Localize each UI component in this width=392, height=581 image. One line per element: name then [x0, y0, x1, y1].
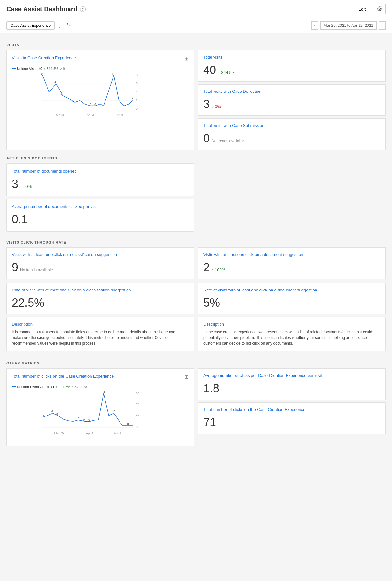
other-chart-title: Total number of clicks on the Case Creat… [12, 374, 114, 379]
svg-text:2: 2 [136, 99, 138, 102]
other-legend-line [12, 386, 16, 387]
case-submission-card: Total visits with Case Submission 0 No t… [198, 118, 386, 150]
svg-point-1 [379, 8, 381, 10]
avg-docs-title: Average number of documents clicked per … [12, 204, 189, 209]
other-chart-legend: Custom Event Count 71 ↑ 491.7% ~ 3.7 ↗ 2… [12, 385, 189, 389]
avg-docs-metric: 0.1 [12, 213, 189, 226]
case-deflection-card: Total visits with Case Deflection 3 ↓ 0% [198, 84, 386, 116]
other-chart-more-icon[interactable]: ⊞ [185, 374, 189, 380]
svg-text:9: 9 [41, 72, 43, 75]
desc-classification-title: Description [12, 322, 189, 327]
filter-settings-icon[interactable] [64, 21, 73, 30]
svg-text:0: 0 [136, 425, 138, 429]
desc-document-card: Description In the case creation experie… [198, 317, 386, 351]
other-legend-small2: ~ 3.7 [72, 385, 79, 389]
svg-text:3: 3 [61, 92, 63, 96]
ctr-section-label: VISITS CLICK-THROUGH RATE [6, 240, 386, 244]
rate-document-card: Rate of visits with at least one click o… [198, 283, 386, 314]
other-stats: Average number of clicks per Case Creati… [198, 368, 386, 446]
visits-chart-title: Visits to Case Creation Experience [12, 55, 76, 60]
visits-section-label: VISITS [6, 43, 386, 47]
svg-text:6: 6 [51, 410, 53, 413]
visits-line-chart: 8 6 4 2 0 9 4 3 1 [12, 72, 189, 123]
svg-text:Apr 9: Apr 9 [114, 431, 121, 435]
ctr-classification-notrend: No trends available [20, 268, 53, 272]
svg-text:4: 4 [136, 90, 138, 93]
case-deflection-value: 3 [203, 98, 210, 111]
help-icon[interactable]: ? [80, 6, 86, 12]
edit-button[interactable]: Edit [353, 4, 371, 14]
avg-clicks-card: Average number of clicks per Case Creati… [198, 368, 386, 400]
articles-section-label: ARTICLES & DOCUMENTS [6, 156, 386, 160]
filter-more-icon[interactable]: ⋮ [57, 23, 62, 29]
total-visits-label: Total visits [203, 55, 380, 60]
rate-document-title: Rate of visits with at least one click o… [203, 288, 380, 292]
articles-grid: Total number of documents opened 3 ↑ 50%… [6, 163, 386, 232]
filter-button[interactable]: Case Assist Experience [6, 21, 55, 30]
articles-empty-col [198, 163, 386, 232]
docs-opened-value: 3 [12, 177, 18, 191]
svg-text:0: 0 [136, 107, 138, 110]
next-date-button[interactable]: › [379, 21, 386, 30]
total-clicks-metric: 71 [203, 416, 380, 429]
rate-document-metric: 5% [203, 296, 380, 310]
svg-text:Mar 30: Mar 30 [56, 113, 66, 117]
ctr-document-metric: 2 ↑ 100% [203, 261, 380, 274]
desc-document-title: Description [203, 322, 380, 327]
toolbar-more-icon[interactable]: ⋮ [303, 22, 309, 29]
avg-clicks-label: Average number of clicks per Case Creati… [203, 373, 380, 378]
title-text: Case Assist Dashboard [6, 5, 77, 13]
docs-opened-trend: ↑ 50% [20, 184, 32, 189]
header-actions: Edit [353, 4, 386, 14]
case-submission-value: 0 [203, 132, 210, 145]
chart-more-icon[interactable]: ⊞ [185, 55, 189, 62]
page-title: Case Assist Dashboard ? [6, 5, 86, 13]
rate-classification-metric: 22.5% [12, 296, 189, 310]
ctr-classification-title: Visits with at least one click on a clas… [12, 252, 189, 257]
total-clicks-card: Total number of clicks on the Case Creat… [198, 402, 386, 434]
total-clicks-label: Total number of clicks on the Case Creat… [203, 407, 380, 412]
avg-clicks-metric: 1.8 [203, 382, 380, 395]
ctr-classification-value: 9 [12, 261, 18, 274]
other-chart-container: 30 20 10 0 11 6 3 2 0 [12, 390, 189, 441]
svg-text:0: 0 [94, 103, 96, 106]
ctr-classification-metric: 9 No trends available [12, 261, 189, 274]
svg-text:0: 0 [83, 418, 85, 421]
case-submission-label: Total visits with Case Submission [203, 123, 380, 128]
toolbar-left: Case Assist Experience ⋮ [6, 21, 73, 30]
svg-text:Mar 30: Mar 30 [54, 431, 64, 435]
other-grid: Total number of clicks on the Case Creat… [6, 368, 386, 446]
docs-opened-metric: 3 ↑ 50% [12, 177, 189, 191]
svg-point-7 [68, 26, 69, 26]
docs-opened-card: Total number of documents opened 3 ↑ 50% [6, 163, 194, 196]
visits-chart-card: Visits to Case Creation Experience ⊞ Uni… [6, 50, 194, 150]
svg-text:0: 0 [131, 423, 133, 426]
settings-button[interactable] [374, 4, 386, 14]
visits-stats: Total visits 40 ↑ 344.5% Total visits wi… [198, 50, 386, 150]
chart-legend: Unique Visits 40 ↑ 344.5% ↗ 9 [12, 67, 189, 70]
avg-docs-card: Average number of documents clicked per … [6, 199, 194, 232]
svg-text:30: 30 [136, 391, 140, 395]
header: Case Assist Dashboard ? Edit [0, 0, 392, 18]
legend-line [12, 68, 16, 69]
other-line-chart: 30 20 10 0 11 6 3 2 0 [12, 390, 189, 441]
total-visits-metric: 40 ↑ 344.5% [203, 63, 380, 77]
case-deflection-trend: ↓ 0% [212, 104, 221, 109]
svg-text:2: 2 [78, 417, 80, 420]
svg-text:0: 0 [90, 103, 91, 106]
svg-point-6 [69, 25, 70, 26]
svg-text:11: 11 [41, 414, 44, 417]
avg-docs-value: 0.1 [12, 213, 28, 226]
legend-value: 40 [39, 67, 42, 70]
articles-col: Total number of documents opened 3 ↑ 50%… [6, 163, 194, 232]
svg-text:4: 4 [55, 80, 56, 84]
toolbar-right: ⋮ ‹ Mar 25, 2021 to Apr 12, 2021 › [303, 21, 386, 30]
content: VISITS Visits to Case Creation Experienc… [0, 33, 392, 464]
rate-classification-title: Rate of visits with at least one click o… [12, 288, 189, 292]
svg-text:0: 0 [88, 418, 90, 421]
svg-text:Apr 4: Apr 4 [87, 113, 94, 117]
svg-text:10: 10 [136, 413, 140, 416]
rate-classification-value: 22.5% [12, 296, 44, 310]
prev-date-button[interactable]: ‹ [311, 21, 318, 30]
svg-text:1: 1 [72, 99, 74, 102]
